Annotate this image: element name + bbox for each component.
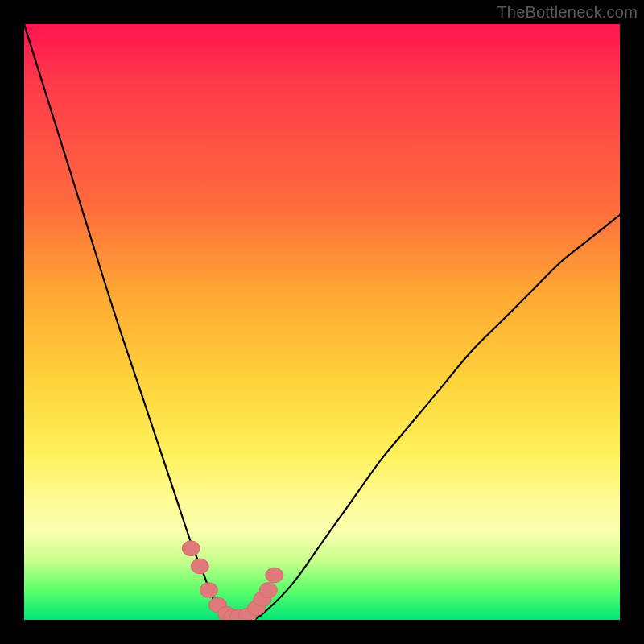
watermark-text: TheBottleneck.com xyxy=(497,3,638,22)
highlighted-dot xyxy=(266,568,283,583)
highlighted-dot xyxy=(191,559,208,574)
highlighted-dot xyxy=(182,541,200,556)
plot-area xyxy=(24,24,620,620)
highlighted-dot xyxy=(200,583,217,598)
highlighted-dot xyxy=(259,583,277,598)
chart-svg xyxy=(24,24,620,620)
bottleneck-curve-line xyxy=(24,24,620,620)
outer-black-frame: TheBottleneck.com xyxy=(0,0,644,644)
